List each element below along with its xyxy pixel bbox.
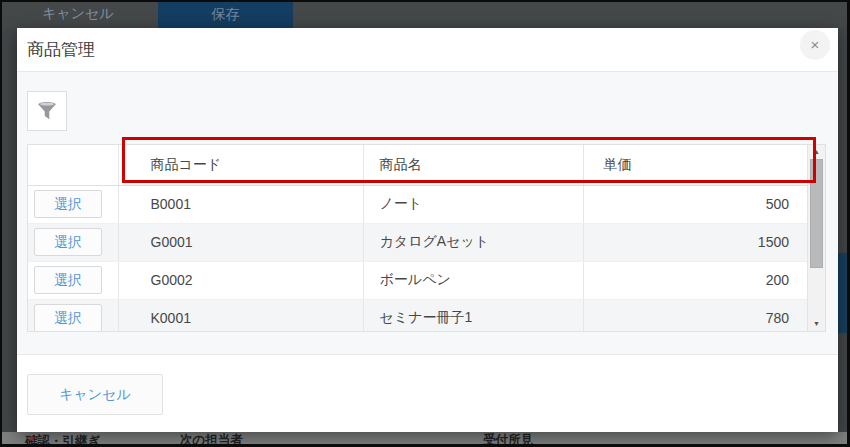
product-name-cell: セミナー冊子1 bbox=[363, 299, 583, 331]
dialog-header: 商品管理 × bbox=[17, 28, 838, 72]
select-button[interactable]: 選択 bbox=[34, 304, 102, 331]
unit-price-cell: 1500 bbox=[583, 223, 807, 261]
product-management-dialog: 商品管理 × bbox=[17, 28, 838, 432]
product-code-cell: G0002 bbox=[118, 261, 363, 299]
unit-price-cell: 200 bbox=[583, 261, 807, 299]
product-code-cell: G0001 bbox=[118, 223, 363, 261]
table-row: 選択 G0002 ボールペン 200 bbox=[28, 261, 807, 299]
scroll-up-icon[interactable]: ▲ bbox=[808, 145, 825, 159]
select-button[interactable]: 選択 bbox=[34, 266, 102, 294]
unit-price-cell: 500 bbox=[583, 185, 807, 223]
table-header-row: 商品コード 商品名 単価 bbox=[28, 145, 807, 185]
next-person-label: 次の担当者 bbox=[180, 433, 243, 445]
table-row: 選択 G0001 カタログAセット 1500 bbox=[28, 223, 807, 261]
funnel-icon bbox=[36, 100, 58, 122]
select-button[interactable]: 選択 bbox=[34, 228, 102, 256]
product-name-cell: カタログAセット bbox=[363, 223, 583, 261]
background-top-bar: キャンセル 保存 bbox=[0, 0, 850, 28]
background-dialog-edge bbox=[838, 253, 850, 333]
unit-price-cell: 780 bbox=[583, 299, 807, 331]
scrollbar-thumb[interactable] bbox=[810, 159, 823, 268]
product-name-cell: ボールペン bbox=[363, 261, 583, 299]
product-code-cell: B0001 bbox=[118, 185, 363, 223]
select-button[interactable]: 選択 bbox=[34, 190, 102, 218]
background-save-button[interactable]: 保存 bbox=[158, 2, 293, 28]
table-scrollbar[interactable]: ▲ ▼ bbox=[807, 145, 825, 331]
dialog-body: 商品コード 商品名 単価 選択 B0001 ノート 500 bbox=[17, 72, 838, 354]
product-table-container: 商品コード 商品名 単価 選択 B0001 ノート 500 bbox=[27, 144, 826, 332]
reception-note-label: 受付所見 bbox=[483, 433, 533, 445]
background-cancel-button[interactable]: キャンセル bbox=[40, 5, 116, 23]
table-row: 選択 B0001 ノート 500 bbox=[28, 185, 807, 223]
dialog-title: 商品管理 bbox=[27, 28, 95, 72]
cancel-button[interactable]: キャンセル bbox=[27, 374, 163, 415]
screenshot-root: キャンセル 保存 確認・引継ぎ* 次の担当者 受付所見 商品管理 × bbox=[0, 0, 850, 447]
column-header-product-name: 商品名 bbox=[363, 145, 583, 185]
background-form-labels: 確認・引継ぎ* 次の担当者 受付所見 bbox=[0, 432, 850, 445]
product-code-cell: K0001 bbox=[118, 299, 363, 331]
product-name-cell: ノート bbox=[363, 185, 583, 223]
required-mark: * bbox=[29, 434, 34, 445]
column-header-product-code: 商品コード bbox=[118, 145, 363, 185]
close-icon[interactable]: × bbox=[800, 30, 830, 60]
column-header-unit-price: 単価 bbox=[583, 145, 807, 185]
product-table: 商品コード 商品名 単価 選択 B0001 ノート 500 bbox=[28, 145, 807, 331]
column-header-select bbox=[28, 145, 118, 185]
table-row: 選択 K0001 セミナー冊子1 780 bbox=[28, 299, 807, 331]
dialog-footer: キャンセル bbox=[17, 354, 838, 432]
scroll-down-icon[interactable]: ▼ bbox=[808, 317, 825, 331]
product-table-viewport: 商品コード 商品名 単価 選択 B0001 ノート 500 bbox=[28, 145, 807, 331]
filter-button[interactable] bbox=[27, 91, 67, 131]
